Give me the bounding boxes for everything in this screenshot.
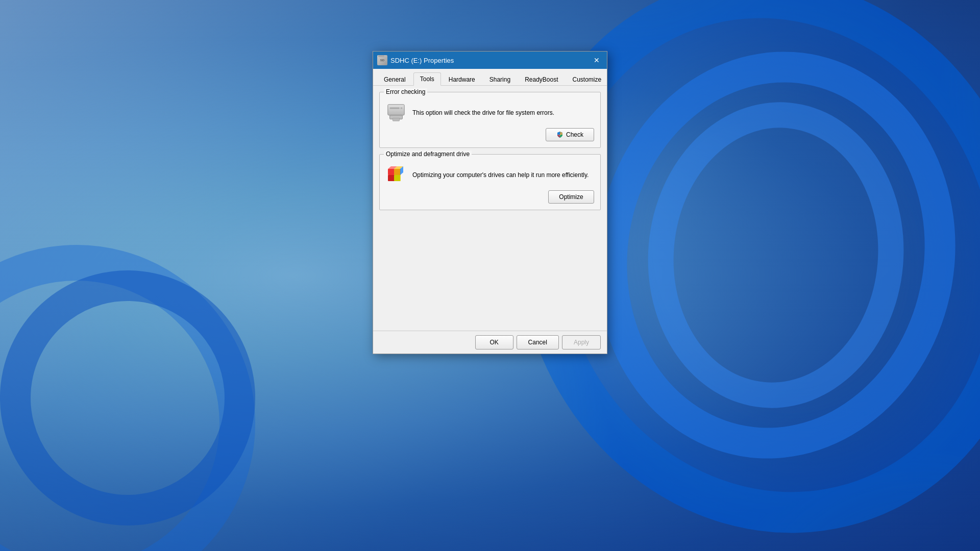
cancel-button[interactable]: Cancel bbox=[517, 335, 559, 349]
dialog-icon: SD bbox=[377, 55, 387, 65]
optimize-title: Optimize and defragment drive bbox=[384, 151, 472, 158]
drive-icon bbox=[386, 103, 406, 122]
properties-dialog: SD SDHC (E:) Properties ✕ General Tools … bbox=[373, 51, 607, 354]
ok-button[interactable]: OK bbox=[475, 335, 513, 349]
dialog-footer: OK Cancel Apply bbox=[373, 331, 607, 354]
sd-card-icon: SD bbox=[377, 55, 387, 65]
dialog-overlay: SD SDHC (E:) Properties ✕ General Tools … bbox=[0, 0, 980, 551]
tab-hardware[interactable]: Hardware bbox=[442, 72, 482, 86]
svg-rect-7 bbox=[557, 135, 560, 138]
tab-sharing[interactable]: Sharing bbox=[483, 72, 517, 86]
svg-rect-0 bbox=[388, 105, 404, 115]
tab-readyboost[interactable]: ReadyBoost bbox=[518, 72, 565, 86]
tab-general[interactable]: General bbox=[377, 72, 412, 86]
check-button[interactable]: Check bbox=[546, 128, 594, 141]
dialog-content: Error checking bbox=[373, 86, 607, 331]
svg-rect-12 bbox=[394, 175, 400, 181]
shield-icon bbox=[556, 131, 564, 138]
optimize-desc: Optimizing your computer's drives can he… bbox=[412, 170, 594, 180]
svg-rect-10 bbox=[388, 169, 394, 175]
tab-customize[interactable]: Customize bbox=[566, 72, 608, 86]
optimize-button[interactable]: Optimize bbox=[548, 190, 594, 204]
error-checking-body: This option will check the drive for fil… bbox=[386, 103, 594, 123]
optimize-icon-container bbox=[386, 165, 406, 185]
close-button[interactable]: ✕ bbox=[591, 54, 603, 66]
optimize-btn-area: Optimize bbox=[386, 190, 594, 204]
dialog-title: SDHC (E:) Properties bbox=[390, 57, 587, 64]
sd-label: SD bbox=[380, 59, 384, 62]
svg-rect-9 bbox=[388, 175, 394, 181]
svg-rect-6 bbox=[560, 132, 562, 135]
svg-rect-5 bbox=[557, 132, 560, 135]
apply-button[interactable]: Apply bbox=[562, 335, 601, 349]
drive-icon-container bbox=[386, 103, 406, 123]
error-checking-desc: This option will check the drive for fil… bbox=[412, 108, 594, 117]
title-bar: SD SDHC (E:) Properties ✕ bbox=[373, 52, 607, 69]
defrag-icon bbox=[386, 165, 406, 185]
tab-bar: General Tools Hardware Sharing ReadyBoos… bbox=[373, 69, 607, 86]
check-button-label: Check bbox=[566, 131, 583, 138]
optimize-button-label: Optimize bbox=[559, 193, 583, 201]
svg-rect-11 bbox=[394, 169, 400, 175]
svg-rect-1 bbox=[390, 108, 400, 109]
optimize-section: Optimize and defragment drive bbox=[379, 154, 601, 210]
svg-rect-4 bbox=[393, 118, 399, 121]
tab-tools[interactable]: Tools bbox=[413, 72, 441, 86]
svg-rect-8 bbox=[560, 135, 562, 138]
svg-rect-2 bbox=[401, 108, 403, 109]
optimize-body: Optimizing your computer's drives can he… bbox=[386, 165, 594, 185]
error-checking-section: Error checking bbox=[379, 92, 601, 148]
error-checking-btn-area: Check bbox=[386, 128, 594, 141]
error-checking-title: Error checking bbox=[384, 88, 427, 95]
